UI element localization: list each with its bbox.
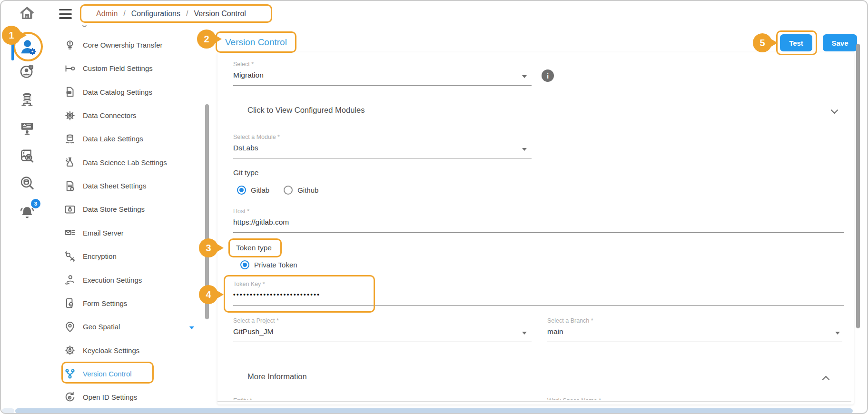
annotation-1: 1 bbox=[2, 26, 21, 45]
sidebar-item-label: Version Control bbox=[83, 370, 132, 378]
branch-dropdown[interactable]: Select a Branch * main bbox=[547, 317, 842, 342]
sidebar-item-data-lake-settings[interactable]: Data Lake Settings bbox=[49, 127, 206, 150]
host-input[interactable]: Host * https://gitlab.com bbox=[233, 208, 844, 233]
project-dropdown[interactable]: Select a Project * GitPush_JM bbox=[233, 317, 532, 342]
sidebar-item-version-control[interactable]: Version Control bbox=[49, 362, 206, 385]
sidebar-item-form-settings[interactable]: Form Settings bbox=[49, 292, 206, 315]
sidebar-item-core-ownership-transfer[interactable]: Core Ownership Transfer bbox=[49, 33, 206, 57]
sidebar-item-execution-settings[interactable]: Execution Settings bbox=[49, 268, 206, 292]
chevron-down-icon[interactable] bbox=[522, 332, 527, 335]
module-dropdown[interactable]: Select a Module * DsLabs bbox=[233, 134, 532, 158]
app-window: Admin / Configurations / Version Control… bbox=[0, 0, 868, 414]
menu-icon[interactable] bbox=[59, 9, 72, 21]
annotation-3: 3 bbox=[199, 238, 218, 257]
breadcrumb-configurations[interactable]: Configurations bbox=[131, 10, 180, 18]
sidebar-item-label: Geo Spatial bbox=[83, 323, 120, 331]
module-label: Select a Module * bbox=[233, 134, 532, 140]
project-label: Select a Project * bbox=[233, 317, 532, 324]
sidebar-item-keycloak-settings[interactable]: Keycloak Settings bbox=[49, 339, 206, 362]
sidebar-item-label: Data Catalog Settings bbox=[83, 88, 152, 96]
sidebar-item-label: Data Connectors bbox=[83, 111, 137, 119]
sidebar-item-label: Custom Field Settings bbox=[83, 64, 153, 72]
sidebar-item-email-server[interactable]: Email Server bbox=[49, 221, 206, 245]
sidebar-item-encryption[interactable]: Encryption bbox=[49, 245, 206, 268]
sidebar-divider bbox=[212, 24, 212, 409]
sidebar-item-data-catalog-settings[interactable]: Data Catalog Settings bbox=[49, 80, 206, 104]
chevron-down-icon[interactable] bbox=[522, 75, 527, 78]
chevron-down-icon[interactable] bbox=[522, 148, 527, 151]
sidebar-item-open-id-settings[interactable]: Open ID Settings bbox=[49, 385, 206, 409]
notification-count-badge: 3 bbox=[31, 199, 40, 208]
audit-log-icon[interactable] bbox=[19, 148, 35, 165]
project-value: GitPush_JM bbox=[233, 327, 532, 336]
divider bbox=[217, 123, 851, 123]
more-information-label[interactable]: More Information bbox=[247, 372, 307, 381]
sidebar-item-custom-field-settings[interactable]: Custom Field Settings bbox=[49, 57, 206, 80]
github-radio[interactable] bbox=[284, 186, 293, 195]
geo-icon bbox=[64, 321, 76, 333]
sidebar-item-data-connectors[interactable]: Data Connectors bbox=[49, 104, 206, 127]
horizontal-scrollbar[interactable] bbox=[15, 408, 853, 414]
host-value: https://gitlab.com bbox=[233, 218, 844, 227]
info-icon[interactable]: i bbox=[542, 69, 554, 82]
custom-field-icon bbox=[64, 62, 76, 75]
clipped-field-label: Entity * bbox=[233, 396, 376, 400]
chevron-down-icon[interactable] bbox=[835, 332, 840, 335]
keycloak-icon bbox=[64, 344, 76, 356]
sidebar-item-data-store-settings[interactable]: Data Store Settings bbox=[49, 197, 206, 221]
sidebar-item-label: Data Sheet Settings bbox=[83, 182, 146, 190]
sidebar-item-label: Encryption bbox=[83, 252, 117, 260]
select-dropdown[interactable]: Select * Migration bbox=[233, 61, 532, 86]
data-search-icon[interactable] bbox=[19, 175, 35, 191]
modules-expander-label[interactable]: Click to View Configured Modules bbox=[247, 106, 365, 115]
data-store-icon bbox=[64, 203, 76, 216]
breadcrumb-current: Version Control bbox=[194, 10, 246, 18]
branch-label: Select a Branch * bbox=[547, 317, 842, 324]
breadcrumb: Admin / Configurations / Version Control bbox=[80, 4, 272, 23]
gitlab-radio-label: Gitlab bbox=[251, 186, 269, 194]
sidebar-item-geo-spatial[interactable]: Geo Spatial bbox=[49, 315, 206, 338]
gitlab-radio[interactable] bbox=[237, 186, 246, 195]
select-label: Select * bbox=[233, 61, 532, 68]
data-lake-icon bbox=[64, 133, 76, 145]
token-type-radio-group: Private Token bbox=[240, 260, 297, 269]
branch-value: main bbox=[547, 327, 842, 336]
sidebar-item-label: Email Server bbox=[83, 229, 124, 237]
sidebar-item-data-sheet-settings[interactable]: Data Sheet Settings bbox=[49, 174, 206, 197]
page-title: Version Control bbox=[225, 37, 287, 48]
select-value: Migration bbox=[233, 71, 532, 79]
sidebar-item-data-science-lab-settings[interactable]: Data Science Lab Settings bbox=[49, 151, 206, 174]
save-button[interactable]: Save bbox=[823, 34, 857, 51]
page-scrollbar[interactable] bbox=[856, 44, 860, 328]
git-type-radio-group: Gitlab Github bbox=[237, 186, 318, 195]
horizontal-scrollbar-track[interactable] bbox=[2, 408, 14, 414]
sidebar-item-label: Core Ownership Transfer bbox=[83, 41, 163, 49]
openid-icon bbox=[64, 391, 76, 404]
sidebar-item-label: Data Store Settings bbox=[83, 205, 145, 213]
user-policy-icon[interactable] bbox=[19, 63, 35, 79]
sidebar-item-label: Execution Settings bbox=[83, 276, 142, 284]
private-token-radio[interactable] bbox=[240, 260, 249, 269]
test-button[interactable]: Test bbox=[780, 34, 812, 51]
database-network-icon[interactable] bbox=[19, 91, 35, 108]
version-control-icon bbox=[64, 367, 76, 380]
breadcrumb-separator: / bbox=[186, 10, 188, 18]
sidebar-item-label: Form Settings bbox=[83, 299, 127, 307]
email-server-icon bbox=[64, 227, 76, 239]
git-type-label: Git type bbox=[233, 168, 258, 177]
annotation-5: 5 bbox=[753, 33, 772, 52]
token-key-masked-value: •••••••••••••••••••••••••• bbox=[233, 291, 844, 298]
chevron-down-icon[interactable] bbox=[189, 326, 194, 329]
home-icon[interactable] bbox=[19, 5, 35, 21]
breadcrumb-admin[interactable]: Admin bbox=[96, 10, 118, 18]
token-type-label: Token type bbox=[236, 244, 272, 252]
encryption-icon bbox=[64, 250, 76, 263]
sidebar-item-label: Keycloak Settings bbox=[83, 346, 139, 355]
private-token-radio-label: Private Token bbox=[254, 261, 297, 269]
token-key-label: Token Key * bbox=[233, 281, 844, 287]
annotation-2: 2 bbox=[197, 30, 216, 49]
breadcrumb-separator: / bbox=[123, 10, 125, 18]
github-radio-label: Github bbox=[297, 186, 318, 194]
token-key-input[interactable]: Token Key * •••••••••••••••••••••••••• bbox=[233, 281, 844, 306]
training-icon[interactable] bbox=[19, 120, 35, 136]
